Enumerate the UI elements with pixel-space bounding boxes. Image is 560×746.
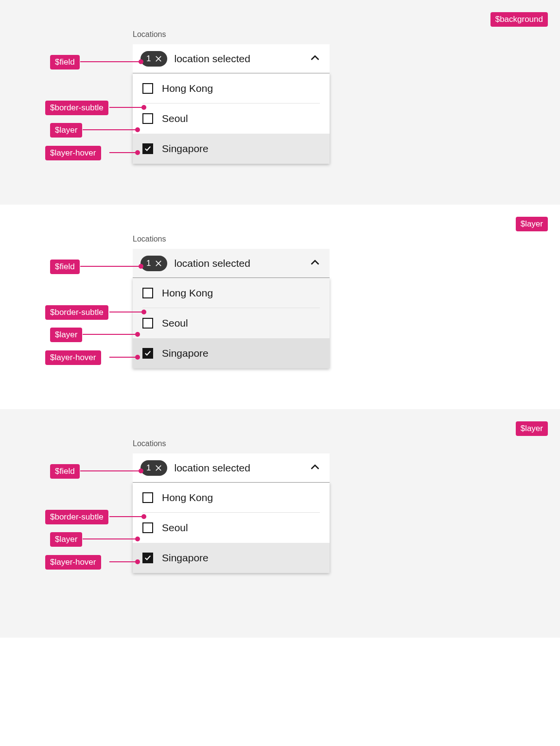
multiselect-label: Locations — [133, 439, 330, 448]
anno-field: $field — [50, 464, 80, 479]
checkbox-icon[interactable] — [142, 83, 153, 94]
option-label: Seoul — [162, 317, 188, 329]
checkbox-icon[interactable] — [142, 113, 153, 124]
context-token-tag: $layer — [516, 217, 548, 231]
checkbox-checked-icon[interactable] — [142, 348, 153, 359]
checkbox-icon[interactable] — [142, 288, 153, 298]
layer-section-3: $layer Locations 1 location selected Hon… — [0, 409, 560, 638]
option-label: Singapore — [162, 143, 209, 155]
option-label: Seoul — [162, 113, 188, 124]
selection-count: 1 — [146, 259, 151, 268]
anno-layer: $layer — [50, 328, 82, 342]
option-hong-kong[interactable]: Hong Kong — [133, 73, 330, 104]
selection-count: 1 — [146, 463, 151, 473]
option-label: Seoul — [162, 522, 188, 534]
anno-layer: $layer — [50, 123, 82, 138]
option-singapore[interactable]: Singapore — [133, 338, 330, 368]
context-token-tag: $background — [490, 12, 548, 27]
clear-selection-icon[interactable] — [154, 259, 163, 268]
checkbox-icon[interactable] — [142, 492, 153, 503]
clear-selection-icon[interactable] — [154, 463, 163, 473]
checkbox-icon[interactable] — [142, 522, 153, 533]
multiselect: Locations 1 location selected Hong Kong — [133, 235, 330, 368]
option-label: Singapore — [162, 552, 209, 564]
chevron-up-icon[interactable] — [310, 462, 320, 474]
multiselect-field[interactable]: 1 location selected — [133, 44, 330, 73]
option-hong-kong[interactable]: Hong Kong — [133, 278, 330, 308]
multiselect-field[interactable]: 1 location selected — [133, 249, 330, 278]
anno-layer-hover: $layer-hover — [45, 350, 101, 365]
selection-pill[interactable]: 1 — [140, 460, 167, 476]
multiselect-field[interactable]: 1 location selected — [133, 453, 330, 483]
clear-selection-icon[interactable] — [154, 54, 163, 64]
anno-field: $field — [50, 55, 80, 69]
selection-count: 1 — [146, 54, 151, 64]
layer-section-2: $layer Locations 1 location selected Hon… — [0, 205, 560, 409]
field-text: location selected — [174, 53, 250, 65]
chevron-up-icon[interactable] — [310, 53, 320, 65]
checkbox-icon[interactable] — [142, 318, 153, 329]
checkbox-checked-icon[interactable] — [142, 143, 153, 154]
field-text: location selected — [174, 462, 250, 474]
multiselect-menu: Hong Kong Seoul Singapore — [133, 278, 330, 368]
option-singapore[interactable]: Singapore — [133, 134, 330, 164]
anno-border-subtle: $border-subtle — [45, 305, 108, 320]
multiselect-menu: Hong Kong Seoul Singapore — [133, 73, 330, 164]
option-label: Hong Kong — [162, 287, 213, 299]
option-singapore[interactable]: Singapore — [133, 543, 330, 573]
option-seoul[interactable]: Seoul — [133, 104, 330, 134]
multiselect-label: Locations — [133, 30, 330, 39]
option-label: Hong Kong — [162, 83, 213, 94]
multiselect: Locations 1 location selected Hong Kong — [133, 30, 330, 164]
selection-pill[interactable]: 1 — [140, 256, 167, 271]
option-label: Hong Kong — [162, 492, 213, 503]
anno-layer: $layer — [50, 532, 82, 547]
option-seoul[interactable]: Seoul — [133, 308, 330, 338]
anno-border-subtle: $border-subtle — [45, 101, 108, 115]
option-seoul[interactable]: Seoul — [133, 513, 330, 543]
selection-pill[interactable]: 1 — [140, 51, 167, 67]
anno-layer-hover: $layer-hover — [45, 555, 101, 570]
anno-field: $field — [50, 260, 80, 274]
chevron-up-icon[interactable] — [310, 258, 320, 269]
anno-layer-hover: $layer-hover — [45, 146, 101, 160]
option-hong-kong[interactable]: Hong Kong — [133, 483, 330, 513]
context-token-tag: $layer — [516, 421, 548, 436]
multiselect: Locations 1 location selected Hong Kong — [133, 439, 330, 573]
multiselect-label: Locations — [133, 235, 330, 243]
anno-border-subtle: $border-subtle — [45, 510, 108, 524]
multiselect-menu: Hong Kong Seoul Singapore — [133, 483, 330, 573]
field-text: location selected — [174, 258, 250, 269]
option-label: Singapore — [162, 347, 209, 359]
checkbox-checked-icon[interactable] — [142, 553, 153, 563]
layer-section-1: $background Locations 1 location selecte… — [0, 0, 560, 205]
